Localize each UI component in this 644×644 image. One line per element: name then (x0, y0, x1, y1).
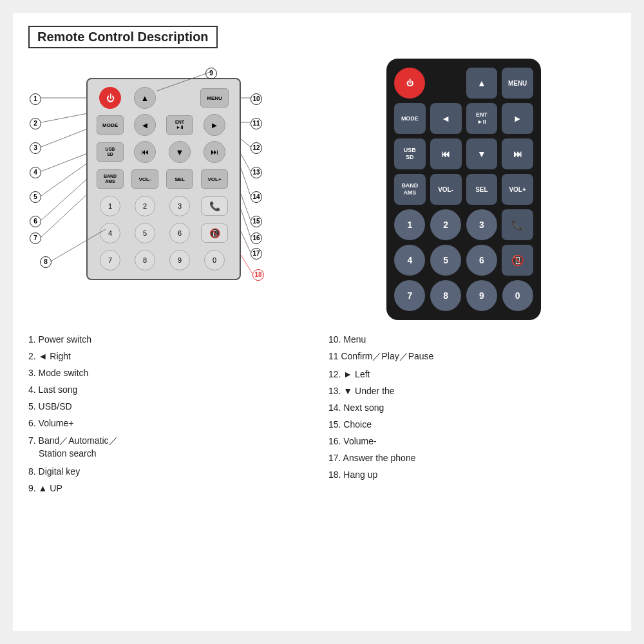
desc-text-16: Volume- (343, 436, 376, 446)
remote-vol-minus-btn[interactable]: VOL- (430, 174, 462, 205)
desc-item-5: 5. USB/SD (28, 401, 316, 412)
desc-col-right: 10. Menu 11 Confirm／Play／Pause 12. ► Lef… (328, 334, 616, 500)
remote-down-btn[interactable]: ▼ (466, 138, 498, 169)
diag-arrow-left: ◄ (129, 113, 161, 137)
title-box: Remote Control Description (28, 26, 218, 48)
callout-circle-3: 3 (30, 142, 41, 154)
callout-3: 3 (30, 141, 41, 154)
remote-n1-btn[interactable]: 1 (394, 209, 425, 240)
callout-4: 4 (30, 166, 41, 178)
callout-circle-2: 2 (30, 118, 41, 129)
diag-prev-btn[interactable]: ⏮ (134, 141, 156, 163)
diag-next-btn[interactable]: ⏭ (204, 141, 225, 163)
desc-num-13: 13. (328, 386, 341, 396)
remote-fwd-btn[interactable]: ⏭ (502, 138, 533, 169)
svg-line-16 (241, 231, 251, 252)
diag-n3-btn[interactable]: 3 (169, 196, 190, 216)
svg-line-5 (41, 178, 88, 220)
remote-sel-btn[interactable]: SEL (466, 174, 498, 205)
diag-n7-btn[interactable]: 7 (100, 250, 120, 270)
diag-sel-btn[interactable]: SEL (166, 169, 193, 189)
remote-prev-btn[interactable]: ⏮ (430, 138, 462, 169)
diag-n2-btn[interactable]: 2 (135, 196, 155, 216)
desc-num-15: 15. (328, 419, 341, 430)
diagram-row-6: 4 5 6 📵 (94, 221, 233, 245)
diag-n1-btn[interactable]: 1 (100, 196, 120, 216)
diag-prev: ⏮ (129, 140, 161, 164)
desc-num-10: 10. (328, 334, 341, 345)
diag-n5: 5 (129, 221, 161, 245)
remote-vol-plus-btn[interactable]: VOL+ (502, 174, 533, 205)
remote-n8-cell: 8 (430, 280, 462, 311)
diag-power-btn[interactable]: ⏻ (99, 87, 121, 109)
callout-circle-5: 5 (30, 191, 41, 203)
remote-n7-btn[interactable]: 7 (394, 280, 425, 311)
remote-right-btn[interactable]: ► (502, 103, 533, 134)
remote-red-call-btn[interactable]: 📵 (502, 245, 533, 276)
remote-power-btn[interactable]: ⏻ (394, 68, 425, 99)
desc-text-7-extra: Station search (28, 448, 97, 459)
diag-menu-btn[interactable]: MENU (200, 88, 229, 108)
remote-n2-btn[interactable]: 2 (430, 209, 461, 240)
callout-circle-11: 11 (251, 118, 262, 129)
diag-ent-btn[interactable]: ENT►II (166, 115, 193, 135)
svg-line-2 (41, 129, 88, 147)
page-title: Remote Control Description (37, 30, 209, 44)
remote-n8-btn[interactable]: 8 (430, 280, 461, 311)
diag-n4-btn[interactable]: 4 (100, 223, 120, 243)
diag-n0-btn[interactable]: 0 (204, 250, 225, 270)
remote-green-call-btn[interactable]: 📞 (502, 209, 533, 240)
callout-15: 15 (251, 214, 262, 227)
callout-circle-10: 10 (251, 93, 262, 105)
remote-ent-btn[interactable]: ENT►II (466, 103, 498, 134)
diag-vol-minus-btn[interactable]: VOL- (131, 169, 158, 189)
diag-up-btn[interactable]: ▲ (134, 87, 156, 109)
desc-item-2: 2. ◄ Right (28, 351, 316, 361)
content-row: ⏻ ▲ MENU MODE (28, 59, 616, 320)
diag-n2: 2 (129, 194, 161, 218)
remote-usb-btn[interactable]: USBSD (394, 138, 426, 169)
diag-n6-btn[interactable]: 6 (169, 223, 190, 243)
desc-text-15: Choice (343, 419, 372, 430)
remote-up-btn[interactable]: ▲ (466, 68, 498, 99)
diag-band-btn[interactable]: BANDAMS (97, 169, 124, 189)
remote-band-btn[interactable]: BANDAMS (394, 174, 426, 205)
desc-item-7: 7. Band／Automatic／Station search (28, 435, 316, 460)
diag-usb-btn[interactable]: USBSD (97, 142, 124, 162)
diag-n9-btn[interactable]: 9 (169, 250, 190, 270)
remote-n0-btn[interactable]: 0 (502, 280, 533, 311)
diag-arrow-up: ▲ (129, 86, 161, 110)
diag-arrow-right: ► (198, 113, 231, 137)
desc-item-6: 6. Volume+ (28, 418, 316, 428)
remote-n6-btn[interactable]: 6 (466, 245, 497, 276)
desc-text-4: Last song (39, 384, 78, 395)
diag-green-call-btn[interactable]: 📞 (201, 196, 228, 216)
diag-vol-plus-btn[interactable]: VOL+ (201, 169, 228, 189)
remote-menu-btn[interactable]: MENU (502, 68, 533, 99)
diag-down-btn[interactable]: ▼ (169, 141, 191, 163)
remote-n9-btn[interactable]: 9 (466, 280, 497, 311)
remote-n4-btn[interactable]: 4 (394, 245, 425, 276)
remote-row-5: 1 2 3 📞 (394, 209, 533, 240)
diag-n8-btn[interactable]: 8 (135, 250, 155, 270)
diagram-row-3: USBSD ⏮ ▼ ⏭ (94, 140, 233, 164)
diag-left-btn[interactable]: ◄ (134, 114, 156, 136)
remote-n5-btn[interactable]: 5 (430, 245, 461, 276)
remote-row-6: 4 5 6 📵 (394, 245, 533, 276)
remote-n9-cell: 9 (466, 280, 498, 311)
desc-item-10: 10. Menu (328, 334, 616, 345)
remote-left-btn[interactable]: ◄ (430, 103, 462, 134)
remote-n5-cell: 5 (430, 245, 462, 276)
diag-red-call-btn[interactable]: 📵 (201, 223, 228, 243)
remote-n7-cell: 7 (394, 280, 426, 311)
diag-mode-btn[interactable]: MODE (97, 115, 124, 135)
diag-n3: 3 (164, 194, 196, 218)
remote-n3-btn[interactable]: 3 (466, 209, 497, 240)
diag-n5-btn[interactable]: 5 (135, 223, 155, 243)
callout-2: 2 (30, 117, 41, 129)
diag-right-btn[interactable]: ► (204, 114, 225, 136)
callout-circle-18: 18 (252, 269, 264, 281)
diag-usb: USBSD (94, 140, 126, 164)
diag-n7: 7 (94, 248, 126, 272)
remote-mode-btn[interactable]: MODE (394, 103, 426, 134)
